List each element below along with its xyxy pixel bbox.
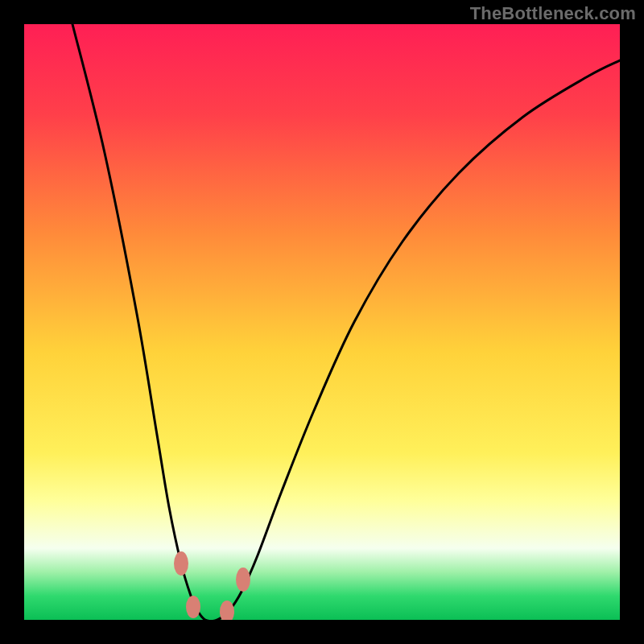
marker-right-lower — [220, 601, 234, 620]
watermark-text: TheBottleneck.com — [470, 3, 636, 24]
marker-left-lower — [186, 596, 200, 618]
chart-frame: TheBottleneck.com — [0, 0, 644, 644]
marker-right-upper — [236, 568, 250, 592]
marker-left-upper — [174, 551, 188, 576]
curve-layer — [24, 24, 620, 620]
curve-markers — [174, 551, 250, 620]
bottleneck-curve — [72, 24, 620, 620]
plot-area — [24, 24, 620, 620]
